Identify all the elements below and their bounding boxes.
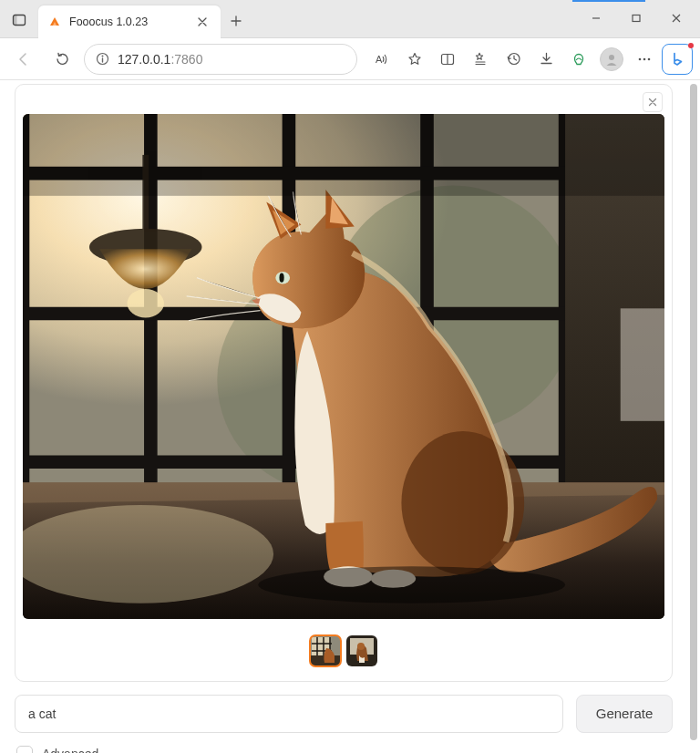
prompt-text: a cat: [28, 707, 56, 721]
advanced-label: Advanced: [42, 747, 98, 753]
generate-label: Generate: [596, 706, 654, 721]
nav-refresh-button[interactable]: [46, 44, 78, 75]
split-screen-button[interactable]: [432, 44, 463, 75]
accent-line: [572, 0, 645, 2]
tab-close-button[interactable]: [193, 13, 211, 31]
page-scrollbar[interactable]: [687, 80, 700, 753]
svg-point-49: [357, 643, 365, 650]
browser-toolbar: 127.0.0.1:7860 A: [0, 38, 700, 80]
window-maximize-button[interactable]: [618, 5, 654, 31]
profile-button[interactable]: [596, 44, 627, 75]
svg-point-10: [643, 57, 646, 60]
browser-tab-title: Fooocus 1.0.23: [69, 15, 186, 28]
tab-actions-button[interactable]: [0, 4, 38, 36]
bing-chat-button[interactable]: [662, 44, 693, 75]
svg-text:A: A: [376, 54, 383, 65]
address-bar[interactable]: 127.0.0.1:7860: [84, 44, 357, 75]
nav-back-button[interactable]: [7, 44, 40, 75]
thumbnail-2[interactable]: [346, 635, 377, 666]
favorites-list-button[interactable]: [465, 44, 496, 75]
thumbnail-1[interactable]: [310, 635, 341, 666]
new-tab-button[interactable]: [221, 5, 252, 36]
avatar-icon: [600, 47, 623, 71]
window-controls: [578, 5, 695, 31]
scrollbar-thumb[interactable]: [690, 84, 697, 740]
more-button[interactable]: [629, 44, 660, 75]
svg-rect-2: [633, 15, 640, 22]
window-minimize-button[interactable]: [578, 5, 614, 31]
generate-button[interactable]: Generate: [576, 695, 673, 733]
svg-rect-1: [14, 15, 17, 26]
site-info-icon[interactable]: [94, 51, 110, 67]
extensions-button[interactable]: [563, 44, 594, 75]
window-titlebar: Fooocus 1.0.23: [0, 0, 700, 38]
advanced-row: Advanced: [15, 746, 673, 753]
window-close-button[interactable]: [658, 5, 695, 31]
svg-point-11: [648, 57, 651, 60]
output-card: [15, 84, 673, 682]
svg-point-4: [101, 56, 103, 57]
fooocus-favicon-icon: [47, 15, 62, 29]
favorite-button[interactable]: [399, 44, 430, 75]
svg-point-8: [609, 55, 614, 60]
address-url: 127.0.0.1:7860: [118, 52, 202, 67]
read-aloud-button[interactable]: A: [366, 44, 397, 75]
svg-point-9: [639, 57, 642, 60]
downloads-button[interactable]: [530, 44, 561, 75]
page-content: a cat Generate Advanced: [0, 80, 700, 753]
card-close-button[interactable]: [643, 92, 663, 112]
svg-rect-38: [23, 114, 664, 196]
history-button[interactable]: [498, 44, 529, 75]
advanced-checkbox[interactable]: [16, 746, 33, 753]
browser-tab[interactable]: Fooocus 1.0.23: [38, 5, 221, 38]
prompt-input[interactable]: a cat: [15, 695, 563, 733]
generated-image[interactable]: [23, 114, 664, 619]
thumbnail-row: [23, 619, 664, 679]
